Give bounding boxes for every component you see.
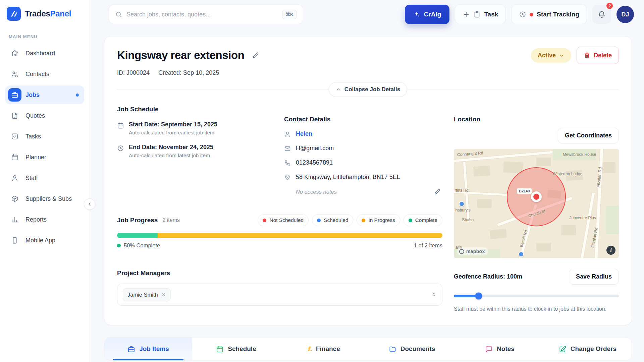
map-place-label: Winterton Lodge [553, 172, 582, 176]
add-task-button[interactable]: Task [455, 5, 506, 24]
mapbox-attribution[interactable]: mapbox [457, 247, 488, 255]
sidebar-collapse-button[interactable] [84, 198, 95, 210]
sidebar: TradesPanel MAIN MENU Dashboard Contacts… [0, 0, 90, 362]
contact-details-heading: Contact Details [284, 116, 442, 123]
map[interactable]: Connaught Rd Mewsbrook House Winterton L… [454, 149, 619, 258]
bell-icon [598, 10, 606, 18]
calendar-icon [8, 150, 21, 164]
craig-button[interactable]: CrAIg [405, 5, 450, 24]
job-progress-section: Job Progress 2 items Not Scheduled Sched… [117, 214, 442, 249]
search-input[interactable] [126, 11, 278, 18]
mapbox-label: mapbox [466, 249, 485, 254]
sidebar-item-planner[interactable]: Planner [5, 148, 84, 167]
remove-manager-button[interactable] [161, 292, 166, 297]
project-managers-heading: Project Managers [117, 269, 442, 277]
job-schedule-section: Job Schedule Start Date: September 15, 2… [117, 106, 275, 197]
tab-finance[interactable]: £ Finance [280, 338, 368, 360]
briefcase-icon [8, 88, 21, 102]
job-created-date: Created: Sep 10, 2025 [158, 69, 219, 76]
tab-label: Change Orders [571, 345, 616, 353]
delete-job-button[interactable]: Delete [577, 47, 619, 64]
status-dot [409, 219, 412, 222]
tab-label: Job Items [139, 345, 169, 353]
edit-title-button[interactable] [251, 50, 261, 60]
end-date-row: End Date: November 24, 2025 Auto-calcula… [117, 144, 275, 159]
tab-change-orders[interactable]: Change Orders [544, 338, 632, 360]
tab-documents[interactable]: Documents [368, 338, 456, 360]
map-place-label: Shaha [462, 218, 474, 222]
map-building [536, 158, 551, 166]
sidebar-item-dashboard[interactable]: Dashboard [5, 44, 84, 63]
bar-chart-icon [8, 213, 21, 226]
radius-slider-thumb[interactable] [475, 293, 482, 300]
project-managers-section: Project Managers Jamie Smith [117, 269, 442, 306]
chevron-up-down-icon [431, 292, 437, 298]
project-managers-select[interactable]: Jamie Smith [117, 284, 442, 306]
sidebar-item-staff[interactable]: Staff [5, 169, 84, 187]
home-icon [8, 47, 21, 60]
calendar-icon [117, 122, 124, 129]
sidebar-item-contacts[interactable]: Contacts [5, 65, 84, 83]
contact-email-row: H@gmail.com [284, 145, 442, 152]
sidebar-item-jobs[interactable]: Jobs [5, 85, 84, 104]
map-road-label: rtins Rd [454, 188, 468, 193]
tab-label: Schedule [228, 345, 256, 353]
sidebar-item-label: Tasks [25, 133, 41, 140]
chevron-left-icon [87, 201, 92, 207]
map-building [561, 225, 576, 235]
brand[interactable]: TradesPanel [5, 5, 84, 24]
get-coordinates-button[interactable]: Get Coordinates [558, 128, 619, 143]
sidebar-item-quotes[interactable]: Quotes [5, 106, 84, 125]
progress-percent-label: 50% Complete [124, 242, 160, 249]
global-search[interactable]: ⌘K [109, 5, 303, 24]
contact-phone[interactable]: 01234567891 [296, 159, 333, 166]
sidebar-item-label: Mobile App [25, 237, 55, 244]
job-details-grid: Job Schedule Start Date: September 15, 2… [117, 106, 619, 312]
status-dot [317, 219, 321, 222]
map-info-button[interactable]: i [606, 246, 615, 255]
sidebar-item-mobile-app[interactable]: Mobile App [5, 231, 84, 250]
location-marker[interactable] [531, 191, 542, 202]
legend-label: Scheduled [324, 217, 348, 223]
radius-slider[interactable] [454, 295, 619, 297]
notification-count-badge: 2 [605, 2, 614, 10]
end-date-value: End Date: November 24, 2025 [129, 144, 213, 151]
avatar[interactable]: DJ [616, 6, 634, 23]
sidebar-item-reports[interactable]: Reports [5, 210, 84, 229]
details-left: Job Schedule Start Date: September 15, 2… [117, 106, 442, 312]
start-tracking-button[interactable]: Start Tracking [511, 5, 587, 24]
contact-name-link[interactable]: Helen [296, 130, 312, 137]
mail-icon [284, 145, 291, 152]
tab-notes[interactable]: Notes [456, 338, 544, 360]
tab-job-items[interactable]: Job Items [104, 338, 192, 360]
legend-scheduled: Scheduled [312, 214, 353, 226]
contact-email[interactable]: H@gmail.com [296, 145, 334, 152]
tab-schedule[interactable]: Schedule [192, 338, 280, 360]
start-tracking-label: Start Tracking [537, 11, 579, 18]
collapse-job-details-button[interactable]: Collapse Job Details [329, 82, 407, 97]
status-dropdown[interactable]: Active [531, 48, 571, 63]
notifications-button[interactable]: 2 [592, 5, 611, 24]
map-poi-marker [518, 251, 524, 257]
edit-access-notes-button[interactable] [432, 187, 442, 197]
task-button-label: Task [484, 11, 498, 18]
start-date-row: Start Date: September 15, 2025 Auto-calc… [117, 121, 275, 136]
manager-tag-label: Jamie Smith [127, 292, 158, 298]
brand-name-accent: Panel [50, 9, 71, 18]
search-shortcut-badge: ⌘K [282, 10, 297, 19]
schedule-contact-columns: Job Schedule Start Date: September 15, 2… [117, 106, 442, 197]
sidebar-item-label: Quotes [25, 112, 45, 119]
close-icon [161, 292, 166, 297]
sidebar-item-tasks[interactable]: Tasks [5, 127, 84, 146]
job-progress-heading: Job Progress [117, 217, 158, 224]
location-section: Location Get Coordinates [454, 106, 619, 312]
save-radius-button[interactable]: Save Radius [569, 269, 619, 285]
phone-icon [284, 160, 291, 166]
page-content: Kingsway rear extension Active Delete [90, 27, 644, 362]
access-notes-row: No access notes [284, 187, 442, 197]
progress-segment-complete [117, 233, 158, 238]
legend-label: In Progress [368, 217, 395, 223]
geofence-note: Staff must be within this radius to cloc… [454, 306, 619, 312]
sidebar-item-suppliers[interactable]: Suppliers & Subs [5, 189, 84, 208]
map-building [536, 243, 551, 251]
